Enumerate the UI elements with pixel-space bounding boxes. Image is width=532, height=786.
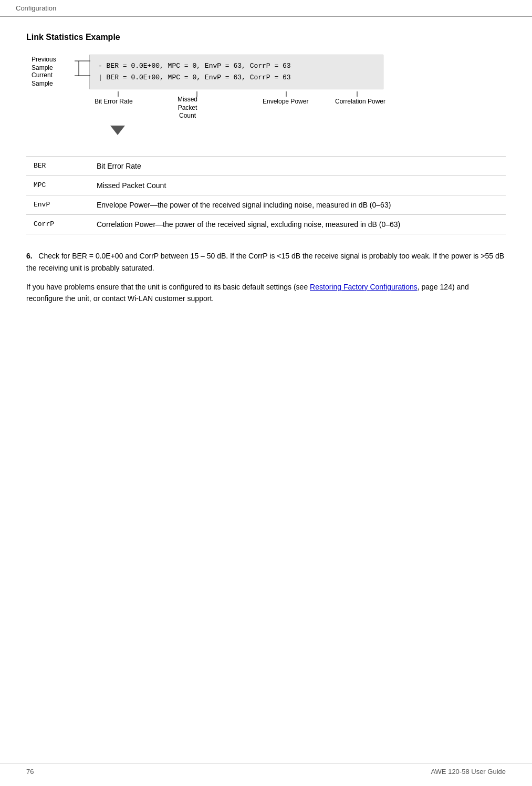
diagram-area: PreviousSample CurrentSample - BER = 0.0 <box>26 55 506 135</box>
envp-description: Envelope Power—the power of the received… <box>89 195 506 215</box>
definition-table: BER Bit Error Rate MPC Missed Packet Cou… <box>26 156 506 234</box>
missed-packet-col-label: MissedPacketCount <box>178 96 197 120</box>
table-row-mpc: MPC Missed Packet Count <box>26 176 506 195</box>
page-footer: 76 AWE 120-58 User Guide <box>0 763 532 775</box>
step6-para1: 6. Check for BER = 0.0E+00 and CorrP bet… <box>26 250 506 274</box>
code-line1: - BER = 0.0E+00, MPC = 0, EnvP = 63, Cor… <box>98 60 374 72</box>
table-row-ber: BER Bit Error Rate <box>26 157 506 176</box>
header-text: Configuration <box>16 4 56 12</box>
corrp-description: Correlation Power—the power of the recei… <box>89 215 506 234</box>
step6-text2: If you have problems ensure that the uni… <box>26 283 310 291</box>
table-row-corrp: CorrP Correlation Power—the power of the… <box>26 215 506 234</box>
col-tick-lines <box>89 91 404 120</box>
corrp-code: CorrP <box>26 215 89 234</box>
bit-error-rate-col-label: Bit Error Rate <box>95 98 133 105</box>
callout-arrows <box>75 55 138 86</box>
diagram-wrapper: PreviousSample CurrentSample - BER = 0.0 <box>89 55 506 135</box>
footer-guide-name: AWE 120-58 User Guide <box>431 768 506 775</box>
page-header: Configuration <box>0 0 532 17</box>
footer-page-number: 76 <box>26 768 34 775</box>
step6-para2: If you have problems ensure that the uni… <box>26 281 506 305</box>
mpc-code: MPC <box>26 176 89 195</box>
table-row-envp: EnvP Envelope Power—the power of the rec… <box>26 195 506 215</box>
mpc-description: Missed Packet Count <box>89 176 506 195</box>
current-sample-label: CurrentSample <box>32 71 53 88</box>
correlation-power-col-label: Correlation Power <box>335 98 385 105</box>
down-arrow-container <box>89 126 506 135</box>
step6-number: 6. <box>26 252 33 260</box>
envelope-power-col-label: Envelope Power <box>263 98 308 105</box>
envp-code: EnvP <box>26 195 89 215</box>
step6-container: 6. Check for BER = 0.0E+00 and CorrP bet… <box>26 250 506 305</box>
down-arrow-icon <box>110 126 125 135</box>
code-line2: | BER = 0.0E+00, MPC = 0, EnvP = 63, Cor… <box>98 72 374 84</box>
ber-code: BER <box>26 157 89 176</box>
section-title: Link Statistics Example <box>26 33 506 42</box>
page-content: Link Statistics Example PreviousSample C… <box>0 17 532 328</box>
step6-text1: Check for BER = 0.0E+00 and CorrP betwee… <box>26 252 504 272</box>
previous-sample-label: PreviousSample <box>32 56 56 72</box>
col-labels-container: Bit Error Rate MissedPacketCount Envelop… <box>89 91 506 120</box>
factory-configurations-link[interactable]: Restoring Factory Configurations <box>310 283 418 291</box>
ber-description: Bit Error Rate <box>89 157 506 176</box>
